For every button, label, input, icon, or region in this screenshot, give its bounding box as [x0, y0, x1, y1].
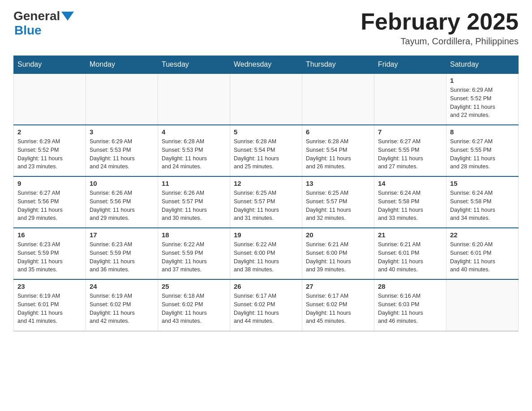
calendar-cell	[158, 73, 230, 125]
day-info: Sunrise: 6:16 AMSunset: 6:03 PMDaylight:…	[378, 292, 442, 325]
day-number: 11	[162, 180, 226, 187]
calendar-cell: 27Sunrise: 6:17 AMSunset: 6:02 PMDayligh…	[302, 279, 374, 331]
weekday-header-thursday: Thursday	[302, 56, 374, 74]
day-info: Sunrise: 6:29 AMSunset: 5:52 PMDaylight:…	[17, 137, 82, 171]
calendar-week-row: 2Sunrise: 6:29 AMSunset: 5:52 PMDaylight…	[14, 125, 519, 176]
calendar-cell: 6Sunrise: 6:28 AMSunset: 5:54 PMDaylight…	[302, 125, 374, 176]
day-number: 24	[90, 283, 154, 290]
day-info: Sunrise: 6:29 AMSunset: 5:53 PMDaylight:…	[90, 137, 154, 171]
day-number: 10	[90, 180, 154, 187]
calendar-cell: 4Sunrise: 6:28 AMSunset: 5:53 PMDaylight…	[158, 125, 230, 176]
logo-general-label: General	[13, 9, 60, 23]
calendar-week-row: 9Sunrise: 6:27 AMSunset: 5:56 PMDaylight…	[14, 176, 519, 228]
calendar-cell: 9Sunrise: 6:27 AMSunset: 5:56 PMDaylight…	[14, 176, 86, 228]
day-info: Sunrise: 6:28 AMSunset: 5:54 PMDaylight:…	[306, 137, 370, 171]
day-info: Sunrise: 6:21 AMSunset: 6:00 PMDaylight:…	[306, 240, 370, 274]
day-info: Sunrise: 6:24 AMSunset: 5:58 PMDaylight:…	[450, 189, 515, 223]
calendar-cell: 23Sunrise: 6:19 AMSunset: 6:01 PMDayligh…	[14, 279, 86, 331]
location-label: Tayum, Cordillera, Philippines	[360, 36, 519, 47]
day-number: 13	[306, 180, 370, 187]
calendar-cell: 13Sunrise: 6:25 AMSunset: 5:57 PMDayligh…	[302, 176, 374, 228]
calendar-cell	[446, 279, 519, 331]
calendar-cell: 21Sunrise: 6:21 AMSunset: 6:01 PMDayligh…	[374, 228, 446, 279]
weekday-header-monday: Monday	[86, 56, 158, 74]
day-number: 19	[234, 231, 298, 239]
calendar-cell: 19Sunrise: 6:22 AMSunset: 6:00 PMDayligh…	[230, 228, 302, 279]
weekday-header-friday: Friday	[374, 56, 446, 74]
day-info: Sunrise: 6:23 AMSunset: 5:59 PMDaylight:…	[90, 240, 154, 274]
day-number: 23	[17, 283, 82, 290]
day-info: Sunrise: 6:22 AMSunset: 6:00 PMDaylight:…	[234, 240, 298, 274]
day-info: Sunrise: 6:27 AMSunset: 5:56 PMDaylight:…	[17, 189, 82, 223]
day-number: 25	[162, 283, 226, 290]
calendar-cell: 5Sunrise: 6:28 AMSunset: 5:54 PMDaylight…	[230, 125, 302, 176]
day-number: 14	[378, 180, 442, 187]
calendar-cell	[86, 73, 158, 125]
day-number: 7	[378, 128, 442, 136]
day-info: Sunrise: 6:29 AMSunset: 5:52 PMDaylight:…	[450, 86, 515, 120]
day-info: Sunrise: 6:21 AMSunset: 6:01 PMDaylight:…	[378, 240, 442, 274]
day-number: 12	[234, 180, 298, 187]
calendar-cell	[14, 73, 86, 125]
day-number: 17	[90, 231, 154, 239]
calendar-cell: 11Sunrise: 6:26 AMSunset: 5:57 PMDayligh…	[158, 176, 230, 228]
day-info: Sunrise: 6:17 AMSunset: 6:02 PMDaylight:…	[306, 292, 370, 325]
calendar-body: 1Sunrise: 6:29 AMSunset: 5:52 PMDaylight…	[14, 73, 519, 331]
day-number: 26	[234, 283, 298, 290]
day-number: 9	[17, 180, 82, 187]
day-info: Sunrise: 6:26 AMSunset: 5:56 PMDaylight:…	[90, 189, 154, 223]
logo: General Blue	[13, 9, 74, 38]
calendar-cell: 12Sunrise: 6:25 AMSunset: 5:57 PMDayligh…	[230, 176, 302, 228]
day-info: Sunrise: 6:27 AMSunset: 5:55 PMDaylight:…	[450, 137, 515, 171]
logo-general-text: General	[13, 9, 74, 23]
calendar-cell: 28Sunrise: 6:16 AMSunset: 6:03 PMDayligh…	[374, 279, 446, 331]
day-number: 16	[17, 231, 82, 239]
calendar-week-row: 23Sunrise: 6:19 AMSunset: 6:01 PMDayligh…	[14, 279, 519, 331]
page-header: General Blue February 2025 Tayum, Cordil…	[13, 9, 519, 47]
day-info: Sunrise: 6:20 AMSunset: 6:01 PMDaylight:…	[450, 240, 515, 274]
calendar-table: SundayMondayTuesdayWednesdayThursdayFrid…	[13, 56, 519, 331]
calendar-cell: 7Sunrise: 6:27 AMSunset: 5:55 PMDaylight…	[374, 125, 446, 176]
day-number: 2	[17, 128, 82, 136]
day-info: Sunrise: 6:28 AMSunset: 5:54 PMDaylight:…	[234, 137, 298, 171]
calendar-header-row: SundayMondayTuesdayWednesdayThursdayFrid…	[14, 56, 519, 74]
calendar-cell: 3Sunrise: 6:29 AMSunset: 5:53 PMDaylight…	[86, 125, 158, 176]
calendar-cell: 1Sunrise: 6:29 AMSunset: 5:52 PMDaylight…	[446, 73, 519, 125]
weekday-header-wednesday: Wednesday	[230, 56, 302, 74]
calendar-cell: 25Sunrise: 6:18 AMSunset: 6:02 PMDayligh…	[158, 279, 230, 331]
day-info: Sunrise: 6:24 AMSunset: 5:58 PMDaylight:…	[378, 189, 442, 223]
day-number: 22	[450, 231, 515, 239]
day-info: Sunrise: 6:23 AMSunset: 5:59 PMDaylight:…	[17, 240, 82, 274]
day-number: 20	[306, 231, 370, 239]
title-section: February 2025 Tayum, Cordillera, Philipp…	[360, 9, 519, 47]
calendar-week-row: 1Sunrise: 6:29 AMSunset: 5:52 PMDaylight…	[14, 73, 519, 125]
day-number: 21	[378, 231, 442, 239]
day-info: Sunrise: 6:19 AMSunset: 6:02 PMDaylight:…	[90, 292, 154, 325]
weekday-header-tuesday: Tuesday	[158, 56, 230, 74]
calendar-cell	[374, 73, 446, 125]
calendar-cell: 20Sunrise: 6:21 AMSunset: 6:00 PMDayligh…	[302, 228, 374, 279]
day-number: 4	[162, 128, 226, 136]
calendar-cell	[302, 73, 374, 125]
calendar-cell: 10Sunrise: 6:26 AMSunset: 5:56 PMDayligh…	[86, 176, 158, 228]
calendar-cell: 18Sunrise: 6:22 AMSunset: 5:59 PMDayligh…	[158, 228, 230, 279]
day-number: 18	[162, 231, 226, 239]
day-info: Sunrise: 6:18 AMSunset: 6:02 PMDaylight:…	[162, 292, 226, 325]
logo-blue-label: Blue	[14, 23, 42, 38]
day-info: Sunrise: 6:17 AMSunset: 6:02 PMDaylight:…	[234, 292, 298, 325]
day-number: 28	[378, 283, 442, 290]
calendar-cell: 22Sunrise: 6:20 AMSunset: 6:01 PMDayligh…	[446, 228, 519, 279]
day-number: 8	[450, 128, 515, 136]
day-number: 6	[306, 128, 370, 136]
day-number: 27	[306, 283, 370, 290]
day-number: 15	[450, 180, 515, 187]
month-title: February 2025	[360, 9, 519, 34]
day-info: Sunrise: 6:22 AMSunset: 5:59 PMDaylight:…	[162, 240, 226, 274]
calendar-cell: 16Sunrise: 6:23 AMSunset: 5:59 PMDayligh…	[14, 228, 86, 279]
calendar-cell: 14Sunrise: 6:24 AMSunset: 5:58 PMDayligh…	[374, 176, 446, 228]
day-info: Sunrise: 6:19 AMSunset: 6:01 PMDaylight:…	[17, 292, 82, 325]
calendar-cell: 24Sunrise: 6:19 AMSunset: 6:02 PMDayligh…	[86, 279, 158, 331]
weekday-header-saturday: Saturday	[446, 56, 519, 74]
calendar-week-row: 16Sunrise: 6:23 AMSunset: 5:59 PMDayligh…	[14, 228, 519, 279]
day-info: Sunrise: 6:25 AMSunset: 5:57 PMDaylight:…	[306, 189, 370, 223]
